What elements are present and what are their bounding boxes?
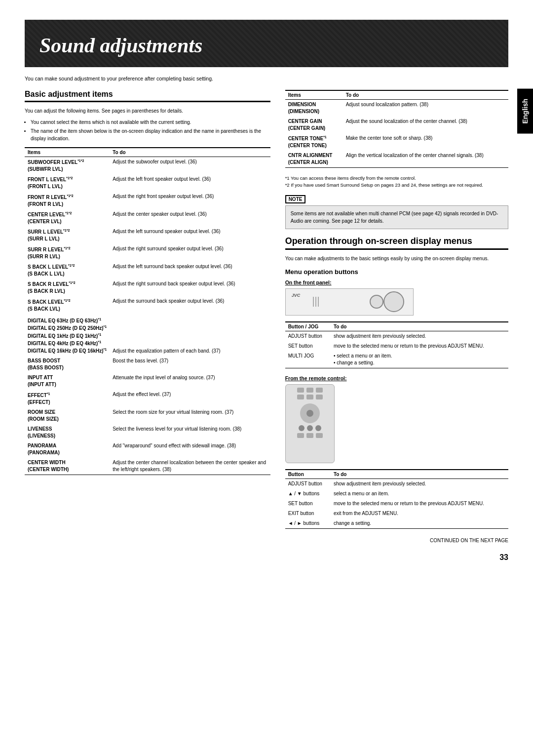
remote-btn <box>306 433 313 438</box>
col-todo: To do <box>110 148 270 157</box>
table-row: CNTR ALIGNMENT(CENTER ALIGN) Align the v… <box>285 151 508 168</box>
col-todo-r: To do <box>343 90 508 100</box>
table-row: SET button move to the selected menu or … <box>285 341 508 351</box>
footnote-1: *1 You can access these items directly f… <box>285 175 508 182</box>
op-desc: You can make adjustments to the basic se… <box>285 255 508 262</box>
table-row: S BACK LEVEL*1*2(S BACK LVL) Adjust the … <box>25 296 270 314</box>
front-panel-image: JVC <box>285 288 414 316</box>
remote-nav-circle <box>300 403 320 423</box>
adj-table-right-top: Items To do DIMENSION(DIMENSION) Adjust … <box>285 90 508 168</box>
english-tab: English <box>517 89 533 134</box>
remote-label: From the remote control: <box>285 375 508 381</box>
menu-buttons-title: Menu operation buttons <box>285 268 508 276</box>
remote-btn-row-2 <box>297 395 323 399</box>
table-row: S BACK R LEVEL*1*2(S BACK R LVL) Adjust … <box>25 279 270 296</box>
col-btn: Button / JOG <box>285 322 331 331</box>
continued-text: CONTINUED ON THE NEXT PAGE <box>25 538 508 543</box>
op-title: Operation through on-screen display menu… <box>285 236 508 250</box>
device-line <box>313 297 314 307</box>
remote-control-image <box>285 384 335 463</box>
remote-btn-row-4 <box>297 433 323 438</box>
table-row: CENTER GAIN(CENTER GAIN) Adjust the soun… <box>285 117 508 133</box>
table-row: ADJUST button show adjustment item previ… <box>285 478 508 489</box>
table-row: EFFECT*1(EFFECT) Adjust the effect level… <box>25 390 270 407</box>
table-row: DIMENSION(DIMENSION) Adjust sound locali… <box>285 99 508 117</box>
table-row: CENTER LEVEL*1*2(CENTER LVL) Adjust the … <box>25 209 270 227</box>
remote-btn <box>297 433 304 438</box>
footnote-2: *2 If you have used Smart Surround Setup… <box>285 182 508 189</box>
table-row: ▲ / ▼ buttons select a menu or an item. <box>285 489 508 499</box>
remote-btn <box>316 388 323 393</box>
front-btn-table: Button / JOG To do ADJUST button show ad… <box>285 321 508 368</box>
table-row: ROOM SIZE(ROOM SIZE) Select the room siz… <box>25 407 270 424</box>
table-row: LIVENESS(LIVENESS) Select the liveness l… <box>25 424 270 441</box>
remote-circle-btn <box>299 425 305 431</box>
device-brand-label: JVC <box>292 293 301 298</box>
intro-text: You can make sound adjustment to your pr… <box>25 75 508 83</box>
page-number: 33 <box>25 553 508 562</box>
table-row: SUBWOOFER LEVEL*1*2(SUBWFR LVL) Adjust t… <box>25 157 270 174</box>
front-panel-label: On the front panel: <box>285 279 508 285</box>
col-todo-btn: To do <box>331 322 508 331</box>
device-line <box>315 297 316 307</box>
table-row: DIGITAL EQ 63Hz (D EQ 63Hz)*1 DIGITAL EQ… <box>25 314 270 357</box>
remote-btn <box>316 395 323 399</box>
remote-btn <box>306 388 313 393</box>
note-label: NOTE <box>285 195 306 203</box>
footnotes-right: *1 You can access these items directly f… <box>285 175 508 189</box>
table-row: BASS BOOST(BASS BOOST) Boost the bass le… <box>25 356 270 373</box>
table-row: SURR R LEVEL*1*2(SURR R LVL) Adjust the … <box>25 244 270 261</box>
remote-btn-table: Button To do ADJUST button show adjustme… <box>285 469 508 529</box>
table-row: FRONT L LEVEL*1*2(FRONT L LVL) Adjust th… <box>25 174 270 192</box>
col-items: Items <box>25 148 110 157</box>
page: English Sound adjustments You can make s… <box>0 0 533 756</box>
table-row: SET button move to the selected menu or … <box>285 499 508 509</box>
device-knob-small <box>370 295 383 309</box>
remote-btn <box>297 395 304 399</box>
bullet-list: You cannot select the items which is not… <box>25 119 270 142</box>
remote-circle-btn <box>315 425 321 431</box>
remote-btn <box>297 388 304 393</box>
table-row: S BACK L LEVEL*1*2(S BACK L LVL) Adjust … <box>25 262 270 279</box>
remote-btn-row-1 <box>297 388 323 393</box>
main-content: Basic adjustment items You can adjust th… <box>25 90 508 536</box>
page-title: Sound adjustments <box>39 34 494 57</box>
col-btn-r: Button <box>285 470 331 479</box>
col-todo-r: To do <box>331 470 508 479</box>
remote-circle-btn <box>307 425 313 431</box>
note-section: NOTE Some items are not available when m… <box>285 195 508 229</box>
table-row: INPUT ATT(INPUT ATT) Attenuate the input… <box>25 373 270 390</box>
table-row: SURR L LEVEL*1*2(SURR L LVL) Adjust the … <box>25 227 270 244</box>
table-row: ADJUST button show adjustment item previ… <box>285 331 508 341</box>
table-row: PANORAMA(PANORAMA) Add "wraparound" soun… <box>25 441 270 458</box>
remote-btn <box>306 395 313 399</box>
table-row: EXIT button exit from the ADJUST MENU. <box>285 509 508 518</box>
right-column: Items To do DIMENSION(DIMENSION) Adjust … <box>285 90 508 536</box>
note-text: Some items are not available when multi … <box>285 205 508 229</box>
table-row: FRONT R LEVEL*1*2(FRONT R LVL) Adjust th… <box>25 192 270 209</box>
adj-table-left: Items To do SUBWOOFER LEVEL*1*2(SUBWFR L… <box>25 147 270 475</box>
col-items-r: Items <box>285 90 343 100</box>
table-row: ◄ / ► buttons change a setting. <box>285 518 508 529</box>
table-row: CENTER WIDTH(CENTER WIDTH) Adjust the ce… <box>25 458 270 475</box>
basic-adj-title: Basic adjustment items <box>25 90 270 102</box>
device-knob-large <box>383 291 404 312</box>
section-desc: You can adjust the following items. See … <box>25 107 270 115</box>
remote-btn <box>316 433 323 438</box>
bullet-item: You cannot select the items which is not… <box>31 119 270 126</box>
device-lines <box>313 297 319 307</box>
table-row: MULTI JOG • select a menu or an item.• c… <box>285 351 508 368</box>
device-line <box>318 297 319 307</box>
left-column: Basic adjustment items You can adjust th… <box>25 90 270 536</box>
bullet-item: The name of the item shown below is the … <box>31 127 270 142</box>
english-label: English <box>521 99 529 124</box>
header-banner: Sound adjustments <box>25 20 508 67</box>
table-row: CENTER TONE*1(CENTER TONE) Make the cent… <box>285 133 508 151</box>
remote-btn-row-3 <box>299 425 321 431</box>
